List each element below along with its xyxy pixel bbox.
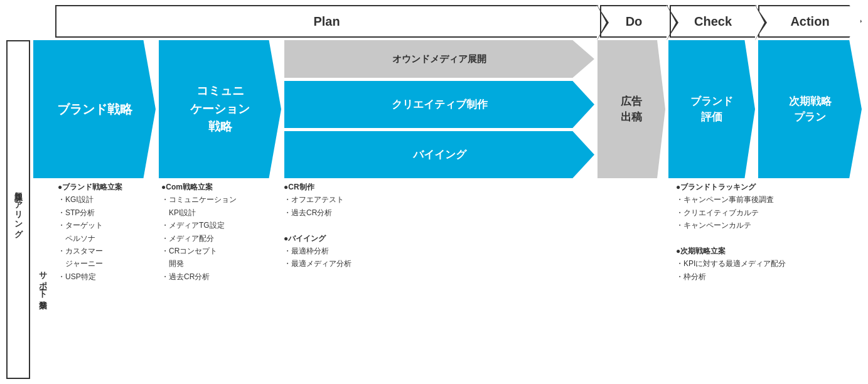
creative-text: クリエイティブ制作 [392, 97, 488, 112]
content-area: 課題ヒアリング ブランド戦略 コミュニケーション戦略 [6, 40, 862, 379]
brand-strategy-text: ブランド戦略 [57, 100, 132, 118]
creative-support-text: ●CR制作 ・オフエアテスト ・過去CR分析 ●バイイング ・最適枠分析 ・最適… [281, 181, 599, 270]
next-strategy-text: 次期戦略プラン [789, 93, 832, 125]
ad-placement-text: 広告出稿 [621, 93, 642, 125]
page-container: Plan Do Check Action 課題ヒアリング [0, 0, 868, 384]
owned-media-banner: オウンドメディア展開 [284, 40, 594, 78]
plan-label: Plan [313, 14, 340, 29]
ad-placement-arrow: 広告出稿 [597, 40, 665, 178]
phase-action: Action [758, 5, 862, 38]
phase-header-row: Plan Do Check Action [6, 5, 862, 38]
brand-evaluation-arrow: ブランド評価 [668, 40, 755, 178]
check-action-support-text: ●ブランドトラッキング ・キャンペーン事前事後調査 ・クリエイティブカルテ ・キ… [673, 181, 862, 283]
buying-text: バイイング [413, 147, 466, 162]
brand-support-text: ●ブランド戦略立案 ・KGI設計 ・STP分析 ・ターゲット ペルソナ ・カスタ… [55, 181, 156, 283]
support-row: サポート業務 ●ブランド戦略立案 ・KGI設計 ・STP分析 ・ターゲット ペル… [33, 181, 862, 379]
creative-arrow: クリエイティブ制作 [284, 81, 594, 128]
hearing-label: 課題ヒアリング [6, 40, 30, 379]
brand-strategy-arrow: ブランド戦略 [33, 40, 156, 178]
next-strategy-arrow: 次期戦略プラン [758, 40, 862, 178]
do-label: Do [626, 14, 643, 29]
phase-do: Do [600, 5, 668, 38]
check-label: Check [694, 14, 732, 29]
phase-plan: Plan [55, 5, 598, 38]
action-label: Action [790, 14, 829, 29]
arrows-row: ブランド戦略 コミュニケーション戦略 オウンドメディア展開 [33, 40, 862, 178]
comm-strategy-arrow: コミュニケーション戦略 [159, 40, 281, 178]
main-columns: ブランド戦略 コミュニケーション戦略 オウンドメディア展開 [33, 40, 862, 379]
owned-media-text: オウンドメディア展開 [392, 53, 486, 65]
brand-evaluation-text: ブランド評価 [690, 93, 733, 125]
com-support-text: ●Com戦略立案 ・コミュニケーション KPI設計 ・メディアTG設定 ・メディ… [159, 181, 278, 283]
buying-arrow: バイイング [284, 131, 594, 178]
support-label: サポート業務 [33, 181, 52, 379]
support-text: サポート業務 [37, 266, 48, 294]
comm-strategy-text: コミュニケーション戦略 [190, 82, 250, 136]
header-spacer [6, 5, 55, 38]
owned-media-col: オウンドメディア展開 クリエイティブ制作 バイイング [284, 40, 594, 178]
hearing-text: 課題ヒアリング [13, 186, 24, 233]
phase-check: Check [670, 5, 756, 38]
